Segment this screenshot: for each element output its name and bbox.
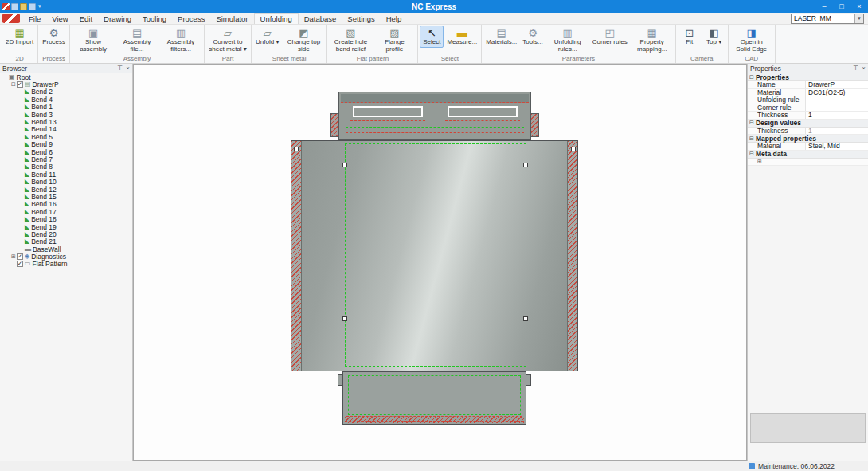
expand-icon[interactable]: ⊞ <box>757 159 762 165</box>
tree-item-bend-19[interactable]: ◣Bend 19 <box>0 223 132 230</box>
top-flange-tab-right[interactable] <box>530 113 539 137</box>
menu-item-simulator[interactable]: Simulator <box>210 13 253 24</box>
pin-panel-icon[interactable]: ⊤ <box>853 65 858 72</box>
app-button[interactable] <box>2 14 20 23</box>
ribbon-button-2d-import[interactable]: ▦2D Import <box>3 26 36 48</box>
menu-item-tooling[interactable]: Tooling <box>137 13 172 24</box>
top-flange-slot-right[interactable] <box>448 106 518 117</box>
collapse-icon[interactable]: ⊟ <box>10 81 17 88</box>
tree-item-flat-pattern[interactable]: ✓▭Flat Pattern <box>0 261 132 268</box>
tree-item-diagnostics[interactable]: ⊞✓◈Diagnostics <box>0 253 132 260</box>
tree-item-bend-15[interactable]: ◣Bend 15 <box>0 193 132 200</box>
meta-data-expand-row[interactable]: ⊞ <box>748 159 868 167</box>
grip-handle[interactable] <box>523 163 528 167</box>
tree-item-bend-6[interactable]: ◣Bend 6 <box>0 148 132 155</box>
grip-handle[interactable] <box>294 147 299 151</box>
ribbon-button-fit[interactable]: ⊡Fit <box>678 26 702 48</box>
tree-item-bend-17[interactable]: ◣Bend 17 <box>0 208 132 215</box>
tree-item-bend-9[interactable]: ◣Bend 9 <box>0 141 132 148</box>
maximize-button[interactable]: □ <box>833 0 850 13</box>
tree-item-bend-13[interactable]: ◣Bend 13 <box>0 118 132 125</box>
grip-handle[interactable] <box>523 316 528 321</box>
bend-outline[interactable] <box>345 143 526 367</box>
tree-checkbox[interactable]: ✓ <box>17 253 23 260</box>
ribbon-button-materials[interactable]: ▤Materials... <box>483 26 519 48</box>
ribbon-button-create-hole-bend-relief[interactable]: ▧Create hole bend relief <box>329 26 372 54</box>
bottom-flange-bend-line[interactable] <box>348 375 521 415</box>
ribbon-button-corner-rules[interactable]: ◰Corner rules <box>590 26 630 48</box>
top-flange-bend-line[interactable] <box>346 127 524 128</box>
grip-handle[interactable] <box>342 316 347 321</box>
quick-access-caret-icon[interactable]: ▾ <box>38 3 41 10</box>
top-flange-bottom-cut-line[interactable] <box>346 132 524 133</box>
top-flange-cut-line-right[interactable] <box>445 120 520 121</box>
tree-checkbox[interactable]: ✓ <box>17 261 23 267</box>
base-wall-panel[interactable] <box>291 140 578 371</box>
grip-handle[interactable] <box>342 163 347 167</box>
top-flange-slot-left[interactable] <box>353 106 423 117</box>
close-button[interactable]: × <box>850 0 868 13</box>
open-file-icon[interactable] <box>20 3 27 10</box>
ribbon-button-unfold[interactable]: ▱Unfold ▾ <box>253 26 281 48</box>
top-flange-cut-line-left[interactable] <box>350 120 425 121</box>
ribbon-button-assembly-file[interactable]: ▤Assembly file... <box>115 26 158 54</box>
top-flange[interactable] <box>338 92 531 140</box>
tree-item-bend-14[interactable]: ◣Bend 14 <box>0 126 132 133</box>
save-file-icon[interactable] <box>29 3 36 10</box>
top-flange-tab-left[interactable] <box>330 113 339 137</box>
tree-item-bend-5[interactable]: ◣Bend 5 <box>0 133 132 140</box>
minimize-button[interactable]: – <box>815 0 833 13</box>
new-file-icon[interactable] <box>11 3 18 10</box>
tree-item-bend-16[interactable]: ◣Bend 16 <box>0 201 132 208</box>
collapse-icon[interactable]: ⊟ <box>749 151 754 157</box>
pin-panel-icon[interactable]: ⊤ <box>117 65 123 72</box>
tree-item-bend-18[interactable]: ◣Bend 18 <box>0 215 132 222</box>
tree-item-bend-20[interactable]: ◣Bend 20 <box>0 230 132 237</box>
ribbon-button-assembly-filters[interactable]: ▥Assembly filters... <box>159 26 202 54</box>
ribbon-button-open-in-solid-edge[interactable]: ◨Open in Solid Edge <box>730 26 773 54</box>
tree-item-root[interactable]: ▣Root <box>0 73 132 80</box>
tree-item-bend-7[interactable]: ◣Bend 7 <box>0 155 132 163</box>
tree-item-bend-4[interactable]: ◣Bend 4 <box>0 96 132 103</box>
ribbon-button-flange-profile[interactable]: ▨Flange profile <box>373 26 416 54</box>
collapse-icon[interactable]: ⊟ <box>749 120 754 126</box>
app-logo-icon[interactable] <box>2 3 10 10</box>
ribbon-button-select[interactable]: ↖Select <box>420 26 444 48</box>
tree-item-bend-3[interactable]: ◣Bend 3 <box>0 111 132 118</box>
bottom-flange-tab-right[interactable] <box>526 374 531 386</box>
ribbon-button-tools[interactable]: ⚙Tools... <box>520 26 545 48</box>
tree-item-bend-11[interactable]: ◣Bend 11 <box>0 171 132 178</box>
bottom-flange-tab-left[interactable] <box>338 374 343 386</box>
expand-icon[interactable]: ⊞ <box>10 253 17 260</box>
combo-dropdown-icon[interactable]: ▼ <box>854 14 863 23</box>
collapse-icon[interactable]: ⊟ <box>749 74 754 80</box>
menu-item-process[interactable]: Process <box>172 13 210 24</box>
viewport-canvas[interactable] <box>133 64 747 461</box>
menu-item-help[interactable]: Help <box>381 13 408 24</box>
menu-item-drawing[interactable]: Drawing <box>98 13 137 24</box>
ribbon-button-process[interactable]: ⚙Process <box>40 26 68 48</box>
tree-checkbox[interactable]: ✓ <box>17 81 23 88</box>
tree-item-basewall[interactable]: ▬BaseWall <box>0 245 132 253</box>
bottom-flange[interactable] <box>342 371 526 425</box>
grip-handle[interactable] <box>571 147 576 151</box>
menu-item-view[interactable]: View <box>46 13 73 24</box>
properties-section-meta-data[interactable]: ⊟Meta data <box>748 151 868 159</box>
tree-item-bend-21[interactable]: ◣Bend 21 <box>0 238 132 245</box>
tree-item-bend-2[interactable]: ◣Bend 2 <box>0 88 132 96</box>
ribbon-button-unfolding-rules[interactable]: ▥Unfolding rules... <box>546 26 589 54</box>
ribbon-button-change-top-side[interactable]: ◩Change top side <box>282 26 325 54</box>
tree-item-bend-1[interactable]: ◣Bend 1 <box>0 104 132 111</box>
tree-item-drawerp[interactable]: ⊟✓▤DrawerP <box>0 80 132 88</box>
ribbon-button-convert-to-sheet-metal[interactable]: ▱Convert to sheet metal ▾ <box>206 26 249 54</box>
menu-item-edit[interactable]: Edit <box>74 13 98 24</box>
ribbon-button-top[interactable]: ◧Top ▾ <box>702 26 726 48</box>
tree-item-bend-12[interactable]: ◣Bend 12 <box>0 186 132 193</box>
menu-item-unfolding[interactable]: Unfolding <box>254 13 299 24</box>
close-panel-icon[interactable]: × <box>862 65 866 72</box>
ribbon-button-measure[interactable]: ▬Measure... <box>444 26 479 48</box>
menu-item-settings[interactable]: Settings <box>342 13 380 24</box>
menu-item-file[interactable]: File <box>23 13 46 24</box>
ribbon-button-property-mapping[interactable]: ▦Property mapping... <box>631 26 674 54</box>
menu-item-database[interactable]: Database <box>299 13 342 24</box>
